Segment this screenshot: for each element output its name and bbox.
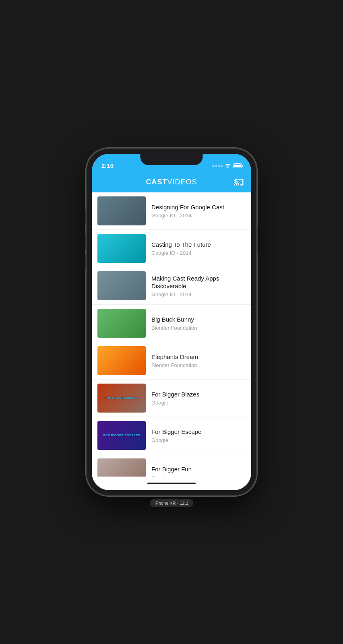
home-bar bbox=[147, 483, 196, 484]
video-thumbnail bbox=[97, 458, 146, 477]
video-title: Big Buck Bunny bbox=[151, 316, 246, 324]
device-label: iPhone XR - 12.1 bbox=[150, 499, 193, 507]
list-item[interactable]: Big Buck BunnyBlender Foundation bbox=[92, 305, 251, 342]
video-title: Designing For Google Cast bbox=[151, 203, 246, 211]
video-info: Elephants DreamBlender Foundation bbox=[146, 353, 246, 368]
video-thumbnail bbox=[97, 234, 146, 263]
video-info: Big Buck BunnyBlender Foundation bbox=[146, 316, 246, 331]
video-thumbnail bbox=[97, 309, 146, 338]
video-subtitle: Blender Foundation bbox=[151, 362, 246, 368]
video-title: For Bigger Escape bbox=[151, 428, 246, 436]
wifi-icon bbox=[225, 163, 231, 169]
video-subtitle: Google bbox=[151, 400, 246, 406]
app-title: CASTVIDEOS bbox=[146, 178, 197, 186]
video-thumbnail bbox=[97, 196, 146, 225]
status-icons bbox=[212, 163, 243, 169]
video-subtitle: Google IO - 2014 bbox=[151, 250, 246, 256]
video-info: For Bigger EscapeGoogle bbox=[146, 428, 246, 443]
video-info: Casting To The FutureGoogle IO - 2014 bbox=[146, 241, 246, 256]
battery-icon bbox=[233, 163, 243, 168]
video-title: Casting To The Future bbox=[151, 241, 246, 249]
video-title: For Bigger Blazes bbox=[151, 390, 246, 398]
video-title: Elephants Dream bbox=[151, 353, 246, 361]
video-subtitle: Blender Foundation bbox=[151, 325, 246, 331]
video-list: Designing For Google CastGoogle IO - 201… bbox=[92, 192, 251, 477]
video-thumbnail: FOR BIGGER ESCAPES bbox=[97, 421, 146, 450]
video-info: Making Cast Ready Apps DiscoverableGoogl… bbox=[146, 275, 246, 297]
list-item[interactable]: Making Cast Ready Apps DiscoverableGoogl… bbox=[92, 267, 251, 305]
list-item[interactable]: Elephants DreamBlender Foundation bbox=[92, 342, 251, 380]
phone-frame: 2:10 bbox=[87, 149, 256, 495]
video-info: For Bigger BlazesGoogle bbox=[146, 390, 246, 406]
video-title: For Bigger Fun bbox=[151, 465, 246, 473]
signal-icon bbox=[212, 165, 223, 167]
list-item[interactable]: FOR BIGGER ESCAPESFor Bigger EscapeGoogl… bbox=[92, 417, 251, 454]
video-info: For Bigger FunGoogle bbox=[146, 465, 246, 477]
list-item[interactable]: Designing For Google CastGoogle IO - 201… bbox=[92, 192, 251, 230]
list-item[interactable]: Casting To The FutureGoogle IO - 2014 bbox=[92, 230, 251, 267]
video-subtitle: Google bbox=[151, 437, 246, 443]
status-time: 2:10 bbox=[100, 162, 114, 169]
video-thumbnail: FOR BIGGER BLAZES bbox=[97, 384, 146, 413]
notch bbox=[141, 154, 203, 165]
phone-screen: 2:10 bbox=[92, 154, 251, 490]
cast-button[interactable] bbox=[233, 175, 245, 188]
video-thumbnail bbox=[97, 346, 146, 375]
video-subtitle: Google IO - 2014 bbox=[151, 291, 246, 297]
app-header: CASTVIDEOS bbox=[92, 171, 251, 192]
video-info: Designing For Google CastGoogle IO - 201… bbox=[146, 203, 246, 219]
video-thumbnail bbox=[97, 271, 146, 300]
video-subtitle: Google IO - 2014 bbox=[151, 213, 246, 219]
list-item[interactable]: FOR BIGGER BLAZESFor Bigger BlazesGoogle bbox=[92, 380, 251, 417]
list-item[interactable]: For Bigger FunGoogle bbox=[92, 454, 251, 477]
video-title: Making Cast Ready Apps Discoverable bbox=[151, 275, 246, 290]
home-indicator bbox=[92, 477, 251, 490]
